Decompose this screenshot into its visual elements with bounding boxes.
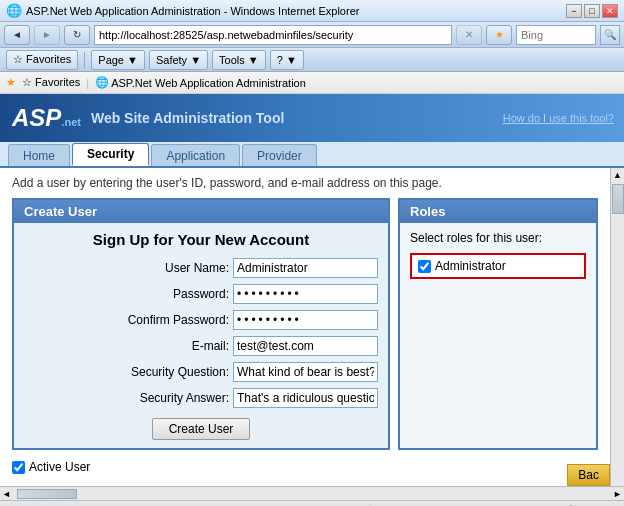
create-user-panel-body: Sign Up for Your New Account User Name: … bbox=[14, 223, 388, 448]
password-input[interactable] bbox=[233, 284, 378, 304]
scroll-h-thumb[interactable] bbox=[17, 489, 77, 499]
status-bar: Done 🔒 Local intranet | Protected Mode: … bbox=[0, 500, 624, 506]
address-bar: ◄ ► ↻ ✕ ★ 🔍 bbox=[0, 22, 624, 48]
form-title: Sign Up for Your New Account bbox=[24, 231, 378, 248]
active-user-row: Active User bbox=[12, 456, 598, 478]
content-area: Add a user by entering the user's ID, pa… bbox=[0, 168, 624, 486]
page-inner: Add a user by entering the user's ID, pa… bbox=[0, 168, 610, 486]
toolbar-separator bbox=[84, 52, 85, 68]
email-label: E-mail: bbox=[192, 339, 229, 353]
provider-tab[interactable]: Provider bbox=[242, 144, 317, 166]
help-button[interactable]: ? ▼ bbox=[270, 50, 304, 70]
minimize-button[interactable]: − bbox=[566, 4, 582, 18]
create-btn-row: Create User bbox=[24, 418, 378, 440]
confirm-password-label: Confirm Password: bbox=[128, 313, 229, 327]
toolbar: ☆ Favorites Page ▼ Safety ▼ Tools ▼ ? ▼ bbox=[0, 48, 624, 72]
administrator-role-item: Administrator bbox=[410, 253, 586, 279]
username-row: User Name: bbox=[24, 258, 378, 278]
help-link[interactable]: How do I use this tool? bbox=[503, 112, 614, 124]
back-button[interactable]: Bac bbox=[567, 464, 610, 486]
favorites-bar: ★ ☆ Favorites | 🌐 ASP.Net Web Applicatio… bbox=[0, 72, 624, 94]
scroll-left-button[interactable]: ◄ bbox=[0, 489, 13, 499]
net-text: .net bbox=[61, 116, 81, 128]
confirm-password-input[interactable] bbox=[233, 310, 378, 330]
forward-button[interactable]: ► bbox=[34, 25, 60, 45]
roles-description: Select roles for this user: bbox=[410, 231, 586, 245]
security-question-input[interactable] bbox=[233, 362, 378, 382]
page-description: Add a user by entering the user's ID, pa… bbox=[12, 176, 598, 190]
security-answer-input[interactable] bbox=[233, 388, 378, 408]
main-layout: Create User Sign Up for Your New Account… bbox=[12, 198, 598, 450]
active-user-checkbox[interactable] bbox=[12, 461, 25, 474]
security-answer-label: Security Answer: bbox=[140, 391, 229, 405]
roles-panel-title: Roles bbox=[400, 200, 596, 223]
search-go-button[interactable]: 🔍 bbox=[600, 25, 620, 45]
fav-item-icon: 🌐 bbox=[95, 76, 109, 89]
password-row: Password: bbox=[24, 284, 378, 304]
security-answer-row: Security Answer: bbox=[24, 388, 378, 408]
roles-panel-body: Select roles for this user: Administrato… bbox=[400, 223, 596, 291]
security-question-row: Security Question: bbox=[24, 362, 378, 382]
separator: | bbox=[86, 77, 89, 89]
administrator-checkbox[interactable] bbox=[418, 260, 431, 273]
vertical-scrollbar[interactable]: ▲ bbox=[610, 168, 624, 486]
scroll-right-button[interactable]: ► bbox=[611, 489, 624, 499]
tools-button[interactable]: Tools ▼ bbox=[212, 50, 266, 70]
security-tab[interactable]: Security bbox=[72, 143, 149, 166]
title-bar-buttons: − □ ✕ bbox=[566, 4, 618, 18]
scroll-up-button[interactable]: ▲ bbox=[613, 170, 622, 180]
favorites-star[interactable]: ★ bbox=[486, 25, 512, 45]
create-user-panel: Create User Sign Up for Your New Account… bbox=[12, 198, 390, 450]
email-row: E-mail: bbox=[24, 336, 378, 356]
horizontal-scrollbar[interactable]: ◄ ► bbox=[0, 486, 624, 500]
administrator-role-label: Administrator bbox=[435, 259, 506, 273]
asp-text: ASP bbox=[12, 104, 61, 132]
window-title: ASP.Net Web Application Administration -… bbox=[26, 5, 359, 17]
asp-logo: ASP .net bbox=[12, 104, 81, 132]
confirm-password-row: Confirm Password: bbox=[24, 310, 378, 330]
roles-panel: Roles Select roles for this user: Admini… bbox=[398, 198, 598, 450]
active-user-label: Active User bbox=[29, 460, 90, 474]
password-label: Password: bbox=[173, 287, 229, 301]
header-subtitle: Web Site Administration Tool bbox=[91, 110, 284, 126]
application-tab[interactable]: Application bbox=[151, 144, 240, 166]
window-icon: 🌐 bbox=[6, 3, 22, 18]
page-button[interactable]: Page ▼ bbox=[91, 50, 145, 70]
close-button[interactable]: ✕ bbox=[602, 4, 618, 18]
favorites-button[interactable]: ☆ Favorites bbox=[6, 50, 78, 70]
title-bar: 🌐 ASP.Net Web Application Administration… bbox=[0, 0, 624, 22]
fav-item-label: ASP.Net Web Application Administration bbox=[111, 77, 306, 89]
create-user-panel-title: Create User bbox=[14, 200, 388, 223]
favorites-label: ☆ Favorites bbox=[22, 76, 80, 89]
scroll-thumb[interactable] bbox=[612, 184, 624, 214]
search-input[interactable] bbox=[516, 25, 596, 45]
favorites-icon: ★ bbox=[6, 76, 16, 89]
back-button[interactable]: ◄ bbox=[4, 25, 30, 45]
safety-button[interactable]: Safety ▼ bbox=[149, 50, 208, 70]
stop-button[interactable]: ✕ bbox=[456, 25, 482, 45]
username-input[interactable] bbox=[233, 258, 378, 278]
nav-tabs: Home Security Application Provider bbox=[0, 142, 624, 168]
email-input[interactable] bbox=[233, 336, 378, 356]
maximize-button[interactable]: □ bbox=[584, 4, 600, 18]
asp-header: ASP .net Web Site Administration Tool Ho… bbox=[0, 94, 624, 142]
refresh-button[interactable]: ↻ bbox=[64, 25, 90, 45]
home-tab[interactable]: Home bbox=[8, 144, 70, 166]
create-user-button[interactable]: Create User bbox=[152, 418, 251, 440]
security-question-label: Security Question: bbox=[131, 365, 229, 379]
favorite-item-1[interactable]: 🌐 ASP.Net Web Application Administration bbox=[95, 76, 306, 89]
address-field[interactable] bbox=[94, 25, 452, 45]
username-label: User Name: bbox=[165, 261, 229, 275]
